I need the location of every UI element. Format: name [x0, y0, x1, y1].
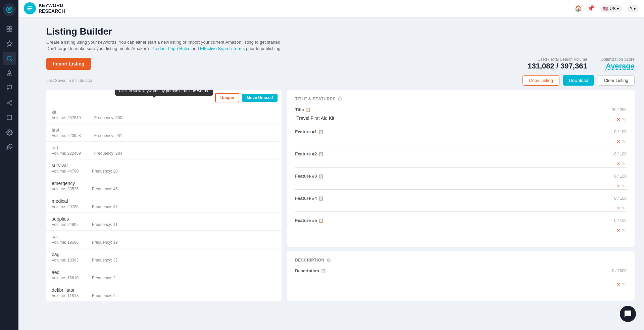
feature-5-clear-button[interactable]: ✕ [616, 228, 621, 233]
title-features-section: TITLE & FEATURES ⚙ Title 📋 20 / 250 [287, 90, 635, 247]
help-selector[interactable]: ? ▾ [627, 5, 639, 12]
feature-1-label: Feature #1 📋 [295, 129, 324, 134]
sidebar-ai-icon[interactable] [3, 37, 16, 50]
optimization-block: Optimization Score Average [601, 57, 635, 70]
feature-4-label: Feature #4 📋 [295, 196, 324, 201]
svg-rect-5 [9, 27, 12, 29]
description-label: Description 📋 [295, 268, 326, 273]
keyword-item: medical Volume: 29785 Frequency: 37 [46, 195, 282, 213]
title-edit-button[interactable]: ✎ [622, 117, 625, 122]
svg-marker-8 [6, 41, 12, 46]
description-edit-button[interactable]: ✎ [622, 282, 625, 287]
keyword-volume: Volume: 223958 [52, 133, 81, 138]
feature-2-edit-button[interactable]: ✎ [622, 161, 625, 166]
content-area: Click to view keywords by phrase or uniq… [46, 90, 635, 302]
keyword-item: supplies Volume: 24906 Frequency: 11 [46, 213, 282, 231]
feature-5-label-row: Feature #5 📋 0 / 100 [295, 218, 627, 223]
effective-search-terms-link[interactable]: Effective Search Terms [200, 46, 245, 51]
feature-4-input[interactable] [295, 202, 627, 212]
feature-5-wrapper: ✕ ✎ [295, 224, 627, 234]
keyword-name[interactable]: kit [52, 109, 276, 115]
toolbar-row: Import Listing Used / Total Search Volum… [46, 57, 635, 70]
keyword-item: defibrillator Volume: 11818 Frequency: 2 [46, 284, 282, 302]
keyword-name[interactable]: aid [52, 145, 276, 150]
description-field-row: Description 📋 0 / 2000 ✕ ✎ [295, 268, 627, 288]
keyword-name[interactable]: bag [52, 252, 276, 257]
feature-3-label: Feature #3 📋 [295, 174, 324, 179]
keyword-frequency: Frequency: 45 [92, 187, 118, 191]
keyword-list: kit Volume: 287619 Frequency: 300 first … [46, 106, 282, 302]
keyword-name[interactable]: survival [52, 163, 276, 168]
pin-icon[interactable]: 📌 [587, 5, 595, 12]
title-clear-button[interactable]: ✕ [616, 117, 621, 122]
feature-5-input[interactable] [295, 224, 627, 234]
title-copy-icon[interactable]: 📋 [306, 107, 311, 112]
feature-5-label: Feature #5 📋 [295, 218, 324, 223]
keyword-name[interactable]: car [52, 234, 276, 239]
sidebar-rocket-icon[interactable] [3, 66, 16, 80]
feature-5-edit-button[interactable]: ✎ [622, 228, 625, 233]
unique-button[interactable]: Unique [215, 93, 240, 102]
page-desc-2: Don't forget to make sure your listing m… [46, 46, 635, 51]
sidebar-menu-icon[interactable] [3, 3, 16, 16]
feature-4-clear-button[interactable]: ✕ [616, 206, 621, 210]
keyword-volume: Volume: 287619 [52, 115, 81, 120]
title-label-row: Title 📋 20 / 250 [295, 107, 627, 112]
keyword-name[interactable]: defibrillator [52, 287, 276, 293]
feature-5-copy-icon[interactable]: 📋 [318, 218, 324, 223]
feature-1-copy-icon[interactable]: 📋 [318, 130, 324, 134]
feature-2-input[interactable] [295, 158, 627, 168]
feature-1-edit-button[interactable]: ✎ [622, 139, 625, 144]
copy-listing-button[interactable]: Copy Listing [523, 75, 559, 86]
feature-1-clear-button[interactable]: ✕ [616, 139, 621, 144]
move-unused-button[interactable]: Move Unused [242, 94, 278, 102]
feature-2-clear-button[interactable]: ✕ [616, 161, 621, 166]
keyword-volume: Volume: 33526 [52, 187, 79, 191]
feature-1-input[interactable] [295, 136, 627, 145]
description-header: DESCRIPTION ⚙ [295, 257, 627, 263]
sidebar-plugin-icon[interactable] [3, 140, 16, 154]
import-listing-button[interactable]: Import Listing [46, 58, 91, 70]
title-field-row: Title 📋 20 / 250 ✕ ✎ [295, 107, 627, 123]
keyword-name[interactable]: supplies [52, 216, 276, 222]
description-clear-button[interactable]: ✕ [616, 282, 621, 287]
optimization-label: Optimization Score [601, 57, 635, 62]
download-button[interactable]: Download [563, 75, 594, 86]
sidebar-connections-icon[interactable] [3, 96, 16, 109]
keyword-name[interactable]: medical [52, 198, 276, 204]
language-selector[interactable]: 🇺🇸 US ▾ [600, 5, 622, 12]
sidebar-settings-icon[interactable] [3, 126, 16, 139]
product-page-rules-link[interactable]: Product Page Rules [152, 46, 191, 51]
feature-5-count: 0 / 100 [614, 218, 627, 223]
keyword-frequency: Frequency: 281 [94, 133, 122, 138]
keyword-frequency: Frequency: 284 [94, 151, 122, 156]
feature-4-wrapper: ✕ ✎ [295, 202, 627, 212]
keyword-item: survival Volume: 44790 Frequency: 28 [46, 159, 282, 177]
feature-4-edit-button[interactable]: ✎ [622, 206, 625, 210]
title-wrapper: ✕ ✎ [295, 113, 627, 123]
sidebar-flag-icon[interactable] [3, 81, 16, 95]
feature-3-input[interactable] [295, 180, 627, 190]
keyword-frequency: Frequency: 2 [92, 293, 115, 298]
keyword-name[interactable]: emergency [52, 181, 276, 186]
description-input[interactable] [295, 275, 627, 288]
keyword-name[interactable]: first [52, 127, 276, 133]
feature-3-clear-button[interactable]: ✕ [616, 184, 621, 188]
sidebar-box-icon[interactable] [3, 111, 16, 124]
description-copy-icon[interactable]: 📋 [321, 269, 326, 273]
listing-panel: TITLE & FEATURES ⚙ Title 📋 20 / 250 [287, 90, 635, 302]
keyword-volume: Volume: 24906 [52, 222, 79, 227]
feature-3-copy-icon[interactable]: 📋 [318, 174, 324, 179]
sidebar-dashboard-icon[interactable] [3, 22, 16, 36]
sidebar-search-icon[interactable] [3, 52, 16, 65]
feature-3-edit-button[interactable]: ✎ [622, 184, 625, 188]
title-input[interactable] [295, 113, 627, 123]
feature-2-copy-icon[interactable]: 📋 [318, 152, 324, 156]
keyword-name[interactable]: aed [52, 270, 276, 275]
feature-1-wrapper: ✕ ✎ [295, 136, 627, 145]
chat-button[interactable] [620, 306, 636, 322]
home-icon[interactable]: 🏠 [575, 5, 582, 12]
clear-listing-button[interactable]: Clear Listing [598, 75, 635, 86]
keyword-volume: Volume: 44790 [52, 169, 79, 174]
feature-4-copy-icon[interactable]: 📋 [318, 196, 324, 201]
